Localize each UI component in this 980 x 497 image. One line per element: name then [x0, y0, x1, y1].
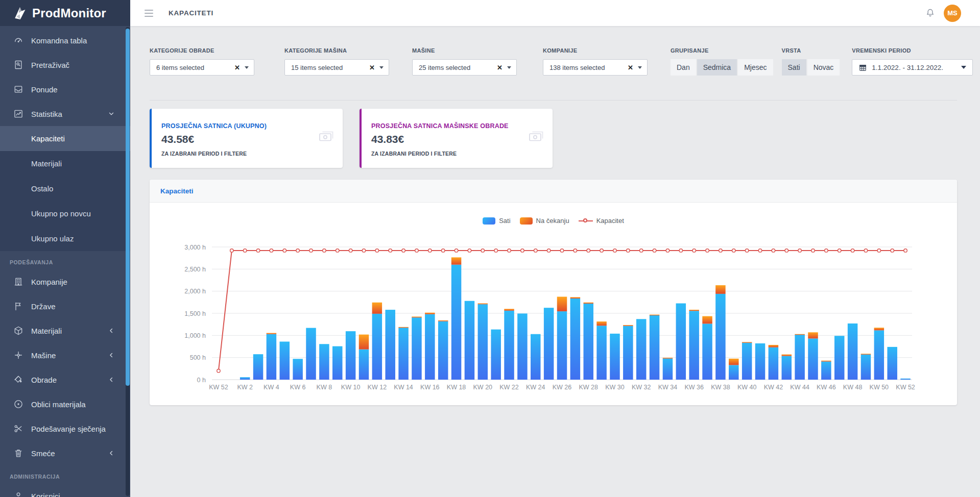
grouping-option-sedmica[interactable]: Sedmica: [697, 59, 737, 76]
clear-icon[interactable]: ✕: [230, 64, 245, 71]
sidebar-item-label: Kompanije: [31, 278, 67, 286]
date-range-value: 1.1.2022. - 31.12.2022.: [872, 64, 943, 71]
sidebar: ProdMonitor Komandna tablaPretraživačPon…: [0, 0, 130, 497]
bell-icon[interactable]: [925, 8, 936, 18]
legend-swatch: [520, 217, 533, 225]
multiselect-value: 6 items selected: [156, 64, 230, 71]
sidebar-item-ponude[interactable]: Ponude: [0, 77, 130, 102]
svg-text:KW 8: KW 8: [317, 384, 332, 391]
multiselect-kategorije-obrade[interactable]: 6 items selected✕: [150, 59, 254, 76]
card-avg-rate-machine: PROSJEČNA SATNICA MAŠINSKE OBRADE 43.83€…: [360, 109, 553, 168]
svg-text:KW 4: KW 4: [264, 384, 279, 391]
sidebar-item-korisnici[interactable]: Korisnici: [0, 484, 130, 497]
type-option-novac[interactable]: Novac: [807, 59, 840, 76]
filter-group-kategorije-ma-ina: KATEGORIJE MAŠINA15 items selected✕: [284, 47, 389, 76]
paint-icon: [13, 375, 23, 385]
chart-line-icon: [13, 109, 23, 119]
prodmonitor-logo-icon: [12, 6, 28, 21]
sidebar-item-obrade[interactable]: Obrade: [0, 367, 130, 392]
legend-item-sati[interactable]: Sati: [483, 217, 510, 225]
cube-icon: [13, 326, 23, 336]
banknote-icon: [318, 129, 334, 143]
sidebar-scrollbar[interactable]: [126, 27, 130, 496]
chart-legend: SatiNa čekanjuKapacitet: [150, 217, 957, 225]
svg-text:KW 36: KW 36: [684, 384, 704, 391]
sidebar-subitem-materijali[interactable]: Materijali: [0, 151, 130, 176]
sidebar-item-label: Statistika: [31, 110, 62, 118]
filters-row: KATEGORIJE OBRADE6 items selected✕KATEGO…: [150, 47, 973, 76]
clear-icon[interactable]: ✕: [492, 64, 507, 71]
sidebar-section-administracija: ADMINISTRACIJA: [0, 465, 130, 484]
sidebar-item-label: Mašine: [31, 351, 56, 360]
card-title: PROSJEČNA SATNICA (UKUPNO): [161, 122, 332, 130]
sidebar-item-kompanije[interactable]: Kompanije: [0, 269, 130, 294]
svg-text:2,000 h: 2,000 h: [184, 288, 206, 295]
sidebar-subitem-ostalo[interactable]: Ostalo: [0, 176, 130, 201]
sidebar-item-ma-ine[interactable]: Mašine: [0, 343, 130, 367]
avatar[interactable]: MS: [944, 5, 961, 22]
chevron-left-icon: [108, 450, 115, 457]
sidebar-item-label: Materijali: [31, 327, 62, 335]
sidebar-item-pretra-iva[interactable]: Pretraživač: [0, 53, 130, 77]
app-logo[interactable]: ProdMonitor: [0, 0, 130, 26]
grouping-option-mjesec[interactable]: Mjesec: [738, 59, 773, 76]
chart-panel-header: Kapaciteti: [150, 180, 957, 203]
chevron-down-icon[interactable]: [245, 66, 249, 69]
sidebar-item-materijali[interactable]: Materijali: [0, 318, 130, 343]
filter-label: MAŠINE: [412, 47, 517, 54]
sidebar-item-pode-avanje-sje-enja[interactable]: Podešavanje sječenja: [0, 416, 130, 441]
sidebar-scrollbar-thumb[interactable]: [126, 29, 130, 386]
multiselect-ma-ine[interactable]: 25 items selected✕: [412, 59, 517, 76]
chevron-left-icon: [108, 352, 115, 359]
multiselect-value: 25 items selected: [419, 64, 492, 71]
chevron-down-icon[interactable]: [379, 66, 384, 69]
hamburger-icon[interactable]: [142, 8, 155, 19]
chevron-down-icon[interactable]: [961, 66, 966, 69]
svg-text:KW 14: KW 14: [394, 384, 413, 391]
sidebar-subitem-ukupno-po-novcu[interactable]: Ukupno po novcu: [0, 201, 130, 226]
page-title: KAPACITETI: [169, 9, 213, 17]
svg-text:KW 22: KW 22: [499, 384, 519, 391]
sidebar-item-oblici-materijala[interactable]: Oblici materijala: [0, 392, 130, 416]
divider: [150, 100, 957, 101]
sidebar-item-label: Države: [31, 302, 56, 311]
sidebar-item-dr-ave[interactable]: Države: [0, 294, 130, 318]
sidebar-subitem-ukupno-ulaz[interactable]: Ukupno ulaz: [0, 226, 130, 251]
svg-text:2,500 h: 2,500 h: [184, 266, 206, 273]
grouping-option-dan[interactable]: Dan: [671, 59, 696, 76]
banknote-icon: [528, 129, 544, 143]
logo-text: ProdMonitor: [32, 6, 106, 20]
filter-label: VRSTA: [782, 47, 840, 54]
offers-tray-icon: [13, 84, 23, 94]
chevron-down-icon: [108, 110, 115, 117]
building-icon: [13, 277, 23, 287]
multiselect-kompanije[interactable]: 138 items selected✕: [543, 59, 648, 76]
sidebar-item-komandna-tabla[interactable]: Komandna tabla: [0, 28, 130, 53]
svg-text:KW 38: KW 38: [711, 384, 730, 391]
chevron-down-icon[interactable]: [507, 66, 511, 69]
card-title: PROSJEČNA SATNICA MAŠINSKE OBRADE: [371, 122, 542, 130]
date-range-picker[interactable]: 1.1.2022. - 31.12.2022.: [852, 59, 973, 76]
multiselect-kategorije-ma-ina[interactable]: 15 items selected✕: [284, 59, 389, 76]
filter-label: GRUPISANJE: [671, 47, 773, 54]
svg-text:KW 6: KW 6: [290, 384, 306, 391]
sidebar-item-label: Smeće: [31, 449, 55, 458]
main-content: KATEGORIJE OBRADE6 items selected✕KATEGO…: [130, 26, 980, 497]
card-value: 43.58€: [161, 133, 332, 145]
legend-line-marker: [579, 220, 593, 221]
sidebar-item-sme-e[interactable]: Smeće: [0, 441, 130, 465]
svg-text:KW 24: KW 24: [526, 384, 545, 391]
clear-icon[interactable]: ✕: [623, 64, 638, 71]
clear-icon[interactable]: ✕: [365, 64, 379, 71]
legend-item-kapacitet[interactable]: Kapacitet: [579, 217, 624, 225]
svg-text:KW 28: KW 28: [579, 384, 598, 391]
chevron-down-icon[interactable]: [638, 66, 642, 69]
sidebar-section-pode-avanja: PODEŠAVANJA: [0, 251, 130, 269]
svg-text:0 h: 0 h: [197, 377, 206, 384]
svg-text:KW 42: KW 42: [764, 384, 783, 391]
legend-item-na-ekanju[interactable]: Na čekanju: [520, 217, 569, 225]
card-subtitle: ZA IZABRANI PERIOD I FILTERE: [161, 151, 332, 157]
sidebar-subitem-kapaciteti[interactable]: Kapaciteti: [0, 126, 130, 151]
type-option-sati[interactable]: Sati: [782, 59, 806, 76]
sidebar-item-statistika[interactable]: Statistika: [0, 102, 130, 126]
